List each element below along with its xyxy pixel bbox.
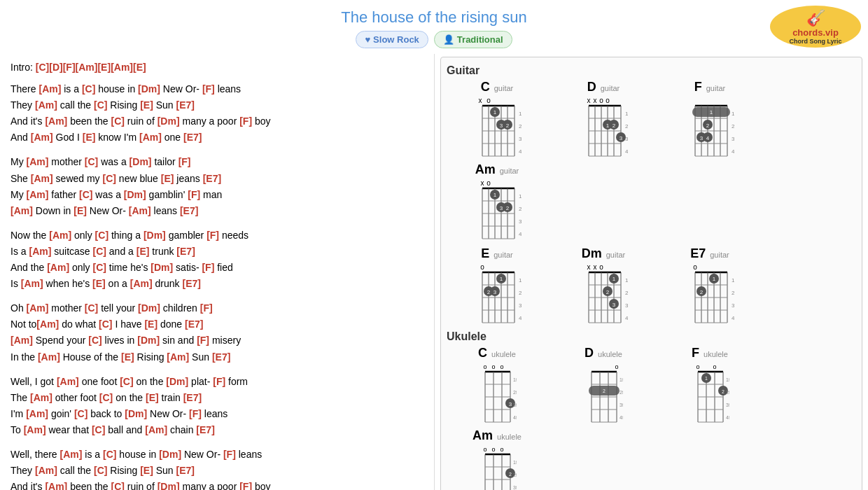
svg-text:1fr: 1fr [519,277,522,284]
svg-text:o: o [713,363,716,370]
svg-text:3fr: 3fr [513,402,517,407]
heart-icon: ♥ [365,34,370,45]
chord-panel-inner: Guitar C guitar [440,57,862,490]
svg-text:1: 1 [606,122,610,129]
guitar-chord-grid: C guitar [445,80,858,242]
svg-text:o: o [486,179,491,187]
svg-text:1fr: 1fr [732,111,734,117]
svg-text:o: o [486,97,491,104]
svg-text:1: 1 [493,109,497,115]
chord-diagram-dm-guitar: x x o 1 2 3 1fr 2fr 3fr [579,261,628,324]
svg-text:o: o [483,446,486,453]
svg-text:2: 2 [606,289,610,295]
guitar-chord-grid-row2: E guitar o [445,246,858,326]
svg-text:2fr: 2fr [519,123,522,130]
svg-text:x: x [594,263,597,271]
chord-diagram-e7-guitar: o 1 2 1fr 2fr 3fr 4fr [685,261,734,324]
svg-text:2fr: 2fr [519,290,522,296]
song-title: The house of the rising sun [0,8,868,27]
svg-text:1fr: 1fr [519,193,522,200]
guitar-section-label: Guitar [447,64,858,77]
chord-card-f-guitar: F guitar [658,80,762,160]
svg-text:x: x [479,97,482,104]
slow-rock-badge[interactable]: ♥ Slow Rock [356,31,428,48]
traditional-badge[interactable]: 👤 Traditional [434,31,512,48]
svg-text:o: o [615,363,618,370]
svg-text:2: 2 [612,122,616,129]
svg-text:3fr: 3fr [732,302,734,309]
svg-text:2fr: 2fr [513,390,517,395]
svg-text:4fr: 4fr [519,231,522,237]
intro-line: Intro: [C][D][F][Am][E][Am][E] [10,59,424,76]
svg-text:1: 1 [500,276,503,282]
chord-card-am-ukulele: Am ukulele o o [445,428,549,490]
chord-diagram-e-guitar: o 1 2 3 1fr 2fr 3fr 4fr [472,261,522,324]
svg-text:4fr: 4fr [625,315,628,321]
svg-text:1: 1 [493,192,497,198]
lyric-block-3: Now the [Am] only [C] thing a [Dm] gambl… [10,227,424,292]
chord-card-dm-guitar: Dm guitar x [552,246,655,326]
svg-text:4fr: 4fr [519,148,522,155]
svg-text:2: 2 [509,472,512,477]
svg-text:1: 1 [705,376,708,381]
main-layout: Intro: [C][D][F][Am][E][Am][E] There [Am… [0,54,868,490]
svg-text:4fr: 4fr [513,415,517,420]
svg-text:1fr: 1fr [513,377,517,382]
ukulele-section-label: Ukulele [447,330,858,343]
logo-sub: Chord Song Lyric [789,38,841,45]
svg-text:1fr: 1fr [732,277,734,284]
svg-text:o: o [500,446,503,453]
svg-text:3: 3 [500,122,503,129]
svg-text:2: 2 [506,205,510,211]
chord-card-e7-guitar: E7 guitar o [658,246,762,326]
chord-panel: Guitar C guitar [434,54,868,490]
svg-text:1: 1 [612,276,616,282]
page-header: The house of the rising sun ♥ Slow Rock … [0,0,868,54]
svg-text:3fr: 3fr [519,136,522,142]
svg-text:2: 2 [487,289,491,295]
svg-text:1: 1 [713,276,716,282]
svg-text:4fr: 4fr [620,415,623,420]
svg-text:1: 1 [710,109,713,115]
chord-card-d-ukulele: D ukulele o [552,346,655,426]
svg-text:2: 2 [603,388,606,393]
svg-text:3fr: 3fr [513,485,517,490]
svg-text:2: 2 [506,122,510,129]
lyric-block-5: Well, I got [Am] one foot [C] on the [Dm… [10,374,424,438]
svg-text:2fr: 2fr [625,290,628,296]
logo-text: chords.vip [792,27,839,38]
svg-text:x: x [587,97,591,104]
svg-text:2: 2 [722,389,724,394]
svg-text:1fr: 1fr [620,377,623,382]
svg-text:3: 3 [493,289,497,295]
chord-diagram-d-guitar: x x o o 1 2 3 1fr 2fr [579,94,628,158]
svg-text:3: 3 [508,401,512,407]
svg-text:x: x [587,263,591,271]
svg-text:o: o [599,97,603,104]
svg-text:1fr: 1fr [625,277,628,284]
svg-text:x: x [481,179,484,187]
svg-text:2fr: 2fr [732,290,734,296]
svg-text:2fr: 2fr [625,123,628,130]
person-icon: 👤 [443,34,454,45]
badge-row: ♥ Slow Rock 👤 Traditional [0,31,868,48]
chord-card-c-ukulele: C ukulele o o [445,346,549,426]
chord-card-am-guitar: Am guitar x [445,162,549,242]
svg-text:o: o [599,263,603,271]
svg-text:3fr: 3fr [625,302,628,309]
svg-text:1fr: 1fr [726,377,729,382]
svg-text:3fr: 3fr [732,136,734,142]
svg-text:3: 3 [612,302,616,308]
svg-text:3: 3 [700,135,704,141]
svg-text:2: 2 [700,289,704,295]
svg-text:x: x [594,97,597,104]
svg-text:o: o [696,363,699,370]
svg-text:2fr: 2fr [620,390,623,395]
svg-text:3fr: 3fr [726,402,729,407]
svg-text:o: o [491,446,495,453]
lyrics-panel: Intro: [C][D][F][Am][E][Am][E] There [Am… [0,54,434,490]
svg-text:3: 3 [620,135,623,141]
svg-text:2fr: 2fr [726,390,729,395]
svg-text:4fr: 4fr [726,415,729,420]
chord-diagram-d-ukulele: o 2 1fr 2fr 3fr 4fr [584,360,623,424]
